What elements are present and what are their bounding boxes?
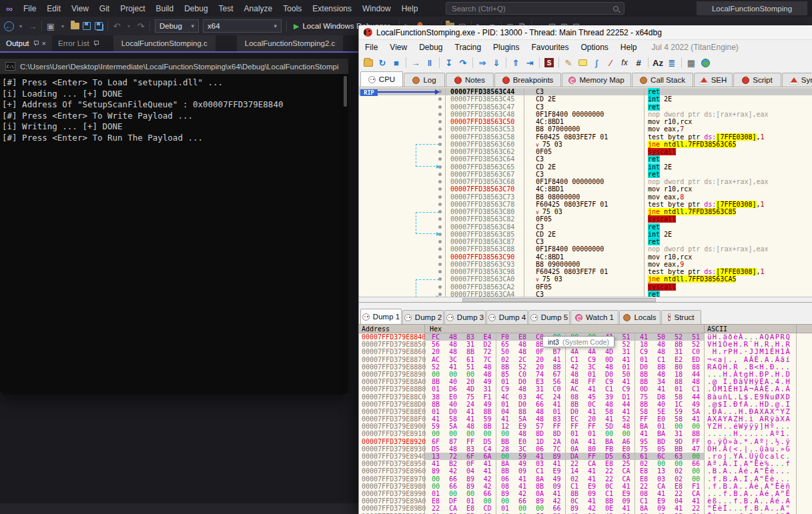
vs-menu-git[interactable]: Git xyxy=(94,2,115,15)
disasm-row[interactable]: 00007FFD38563C47C3ret xyxy=(359,103,812,111)
tab-memory-map[interactable]: Memory Map xyxy=(562,73,631,87)
disassembly-hscrollbar[interactable] xyxy=(359,297,812,302)
hash-icon[interactable]: # xyxy=(632,56,645,69)
dbg-menu-debug[interactable]: Debug xyxy=(413,41,448,54)
breakpoint-dot[interactable] xyxy=(438,120,442,123)
label-icon[interactable]: ∫ xyxy=(590,56,603,69)
globe-icon[interactable] xyxy=(699,56,712,69)
fx-icon[interactable]: fx xyxy=(618,56,631,69)
disasm-row[interactable]: 00007FFD38563C98F60425 0803FE7F 01test b… xyxy=(359,268,812,275)
breakpoint-dot[interactable] xyxy=(438,105,442,109)
breakpoint-dot[interactable] xyxy=(438,270,442,273)
highlight-icon[interactable]: ∕ xyxy=(604,56,617,69)
patch-icon[interactable]: ✎ xyxy=(562,56,575,69)
run-to-cursor-icon[interactable]: ⇒ xyxy=(476,56,489,69)
dbg-menu-file[interactable]: File xyxy=(359,41,384,54)
breakpoint-dot[interactable] xyxy=(438,180,442,183)
dbg-menu-favourites[interactable]: Favourites xyxy=(525,41,574,54)
scylla-icon[interactable]: S xyxy=(542,56,556,69)
platform-dropdown[interactable]: x64▾ xyxy=(203,19,282,33)
tab-doc-1[interactable]: LocalFunctionStomping.c xyxy=(113,35,216,51)
vs-menu-extensions[interactable]: Extensions xyxy=(307,2,357,15)
tab-dump-2[interactable]: Dump 2 xyxy=(402,310,444,324)
breakpoint-dot[interactable] xyxy=(438,97,442,101)
tab-struct[interactable]: Struct xyxy=(661,310,701,324)
breakpoint-dot[interactable] xyxy=(438,135,442,139)
console-output[interactable]: [#] Press <Enter> To Load "setupapi.dll"… xyxy=(0,74,348,143)
breakpoint-dot[interactable] xyxy=(438,240,442,243)
hex-dump-pane[interactable]: Address Hex ASCII 00007FFD379E8840FC4883… xyxy=(359,324,812,514)
breakpoint-dot[interactable] xyxy=(438,187,442,191)
attach-icon[interactable]: ⇥ xyxy=(523,56,536,69)
step-out-icon[interactable]: ⇓ xyxy=(490,56,503,69)
back-icon[interactable]: ← xyxy=(3,19,15,33)
run-icon[interactable]: → xyxy=(409,56,422,69)
breakpoint-dot[interactable] xyxy=(438,173,442,176)
vs-solution-label[interactable]: LocalFunctionStomping xyxy=(697,1,807,15)
pin-icon[interactable] xyxy=(33,41,38,46)
vs-search-box[interactable]: Search (Ctrl+Q) xyxy=(446,2,625,15)
az-icon[interactable]: Az xyxy=(651,56,665,69)
dbg-menu-plugins[interactable]: Plugins xyxy=(487,41,525,54)
new-dropdown-icon[interactable]: ▾ xyxy=(57,19,69,33)
tab-error-list[interactable]: Error List xyxy=(52,35,104,51)
tab-doc-2[interactable]: LocalFunctionStomping2.c xyxy=(237,35,344,51)
open-folder-icon[interactable] xyxy=(362,56,375,69)
console-title-bar[interactable]: C:\ C:\Users\User\Desktop\Intermediate\L… xyxy=(0,59,348,74)
dbg-menu-view[interactable]: View xyxy=(384,41,413,54)
disasm-row[interactable]: 00007FFD38563C880F1F8400 00000000nop dwo… xyxy=(359,245,812,253)
tab-log[interactable]: Log xyxy=(404,73,445,87)
pause-icon[interactable]: ‖ xyxy=(423,56,436,69)
breakpoint-dot[interactable] xyxy=(438,247,442,251)
disasm-row[interactable]: 00007FFD38563C704C:8BD1mov r10,rcx xyxy=(359,185,812,193)
close-icon[interactable]: × xyxy=(42,39,46,47)
tab-dump-1[interactable]: Dump 1 xyxy=(360,309,402,324)
breakpoint-dot[interactable] xyxy=(438,263,442,266)
disasm-row[interactable]: 00007FFD38563C58F60425 0803FE7F 01test b… xyxy=(359,133,812,141)
breakpoint-dot[interactable] xyxy=(438,195,442,199)
step-into-icon[interactable]: ↧ xyxy=(442,56,456,69)
hscrollbar-thumb[interactable] xyxy=(462,298,656,302)
console-scrollbar-thumb[interactable] xyxy=(344,76,347,107)
graph-icon[interactable]: ≣ xyxy=(665,56,679,69)
tab-seh[interactable]: SEH xyxy=(694,73,733,87)
solution-config-dropdown[interactable]: Debug▾ xyxy=(155,19,199,33)
disasm-row[interactable]: 00007FFD38563C87C3ret xyxy=(359,238,812,245)
disasm-row[interactable]: 00007FFD38563C93B8 09000000mov eax,9 xyxy=(359,261,812,268)
save-icon[interactable] xyxy=(81,19,93,33)
new-project-icon[interactable]: ▣ xyxy=(45,19,57,33)
x64dbg-title-bar[interactable]: LocalFunctionStomping.exe - PID: 13000 -… xyxy=(359,25,812,40)
tab-dump-4[interactable]: Dump 4 xyxy=(486,310,528,324)
open-folder-icon[interactable] xyxy=(69,19,81,33)
undo-dropdown-icon[interactable]: ▾ xyxy=(123,19,135,33)
tab-dump-3[interactable]: Dump 3 xyxy=(444,310,486,324)
disasm-row[interactable]: 00007FFD38563C78F60425 0803FE7F 01test b… xyxy=(359,201,812,208)
disasm-row[interactable]: 00007FFD38563C73B8 08000000mov eax,8 xyxy=(359,193,812,201)
disasm-row[interactable]: 00007FFD38563C504C:8BD1mov r10,rcx xyxy=(359,118,812,125)
tab-dump-5[interactable]: Dump 5 xyxy=(528,310,570,324)
vs-menu-help[interactable]: Help xyxy=(396,2,424,15)
vs-menu-build[interactable]: Build xyxy=(151,2,179,15)
run-to-user-code-icon[interactable]: ⇑ xyxy=(509,56,522,69)
comment-icon[interactable] xyxy=(576,56,589,69)
step-over-icon[interactable]: ↷ xyxy=(456,56,470,69)
vs-menu-tools[interactable]: Tools xyxy=(278,2,307,15)
forward-icon[interactable]: → xyxy=(27,19,39,33)
disasm-row[interactable]: 00007FFD38563C680F1F8400 00000000nop dwo… xyxy=(359,178,812,185)
vs-menu-debug[interactable]: Debug xyxy=(179,2,213,15)
dbg-menu-tracing[interactable]: Tracing xyxy=(449,41,488,54)
vs-menu-window[interactable]: Window xyxy=(357,2,396,15)
tab-breakpoints[interactable]: Breakpoints xyxy=(494,73,561,87)
vs-menu-view[interactable]: View xyxy=(66,2,94,15)
disasm-row[interactable]: 00007FFD38563C45CD 2Eint 2E xyxy=(359,95,812,103)
tab-call-stack[interactable]: Call Stack xyxy=(632,73,693,87)
disasm-row[interactable]: 00007FFD38563C904C:8BD1mov r10,rcx xyxy=(359,253,812,261)
breakpoint-dot[interactable] xyxy=(438,127,442,131)
vs-menu-project[interactable]: Project xyxy=(115,2,150,15)
breakpoint-dot[interactable] xyxy=(438,113,442,116)
save-all-icon[interactable] xyxy=(93,19,105,33)
breakpoint-dot[interactable] xyxy=(438,203,442,206)
vs-menu-edit[interactable]: Edit xyxy=(41,2,66,15)
back-dropdown-icon[interactable]: ▾ xyxy=(15,19,27,33)
disassembly-pane[interactable]: 00007FFD38563C44C3ret00007FFD38563C45CD … xyxy=(359,87,812,303)
